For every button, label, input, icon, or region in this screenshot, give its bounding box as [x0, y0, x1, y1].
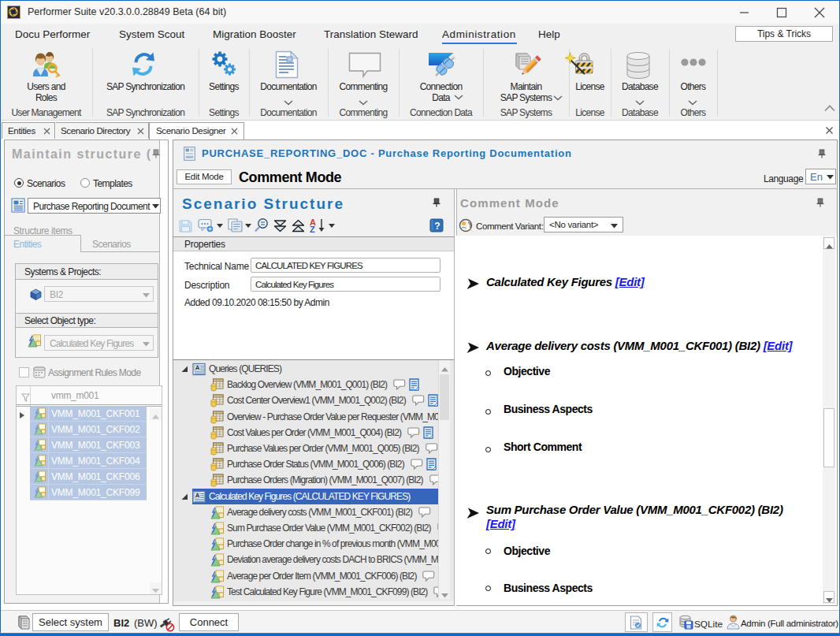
svg-text:?: ?: [434, 221, 440, 232]
